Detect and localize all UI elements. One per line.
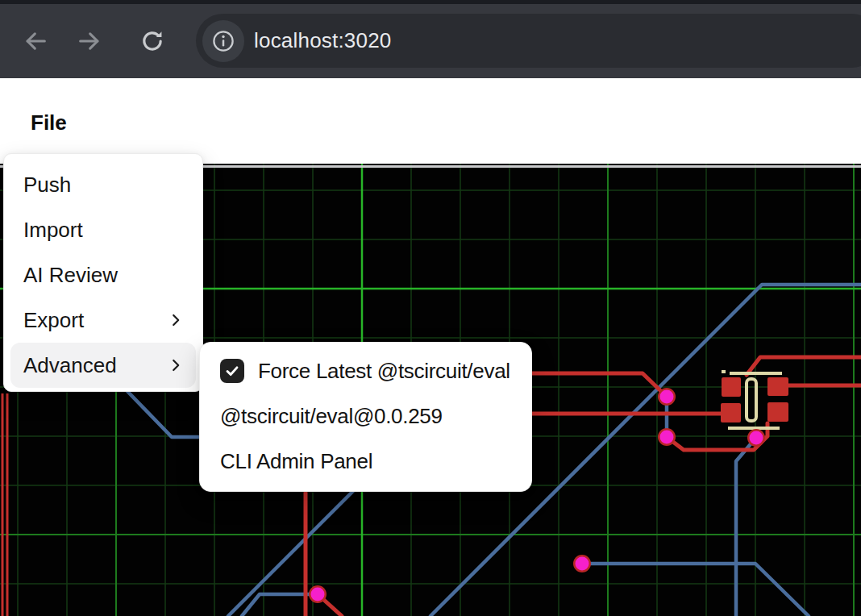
browser-tabstrip	[0, 0, 861, 4]
menu-item-advanced[interactable]: Advanced	[10, 343, 196, 388]
menu-item-label: Export	[23, 308, 84, 333]
back-button[interactable]	[21, 27, 50, 56]
url-text[interactable]: localhost:3020	[254, 14, 391, 68]
chevron-right-icon	[167, 311, 185, 329]
advanced-submenu: Force Latest @tscircuit/eval @tscircuit/…	[199, 342, 532, 492]
submenu-item-label: Force Latest @tscircuit/eval	[258, 359, 510, 384]
file-menubar-item[interactable]: File	[31, 110, 67, 135]
check-icon	[223, 362, 241, 380]
app-window: localhost:3020 File Push Import AI Revie…	[0, 0, 861, 616]
menu-item-label: Push	[23, 173, 71, 198]
back-arrow-icon	[22, 27, 49, 55]
site-info-button[interactable]	[202, 20, 244, 62]
menu-item-import[interactable]: Import	[10, 207, 196, 252]
forward-arrow-icon	[76, 27, 103, 55]
info-icon	[211, 29, 235, 53]
menu-item-label: AI Review	[23, 263, 118, 288]
submenu-item-eval-version[interactable]: @tscircuit/eval@0.0.259	[208, 393, 523, 439]
submenu-item-force-latest[interactable]: Force Latest @tscircuit/eval	[208, 348, 523, 393]
browser-toolbar: localhost:3020	[0, 0, 861, 78]
chevron-right-icon	[167, 356, 185, 374]
reload-icon	[139, 28, 165, 54]
menu-item-label: Import	[23, 218, 83, 243]
submenu-item-cli-admin-panel[interactable]: CLI Admin Panel	[208, 439, 523, 484]
forward-button[interactable]	[75, 27, 104, 56]
url-bar[interactable]: localhost:3020	[196, 14, 861, 68]
file-dropdown-menu: Push Import AI Review Export Advanced	[3, 153, 203, 392]
menu-item-push[interactable]: Push	[10, 162, 196, 207]
reload-button[interactable]	[138, 27, 167, 56]
page-background	[0, 78, 861, 164]
menu-item-ai-review[interactable]: AI Review	[10, 252, 196, 298]
menu-item-export[interactable]: Export	[10, 298, 196, 343]
submenu-item-label: @tscircuit/eval@0.0.259	[220, 404, 443, 429]
menu-item-label: Advanced	[23, 353, 117, 378]
checkbox-checked[interactable]	[220, 359, 244, 383]
submenu-item-label: CLI Admin Panel	[220, 449, 372, 474]
